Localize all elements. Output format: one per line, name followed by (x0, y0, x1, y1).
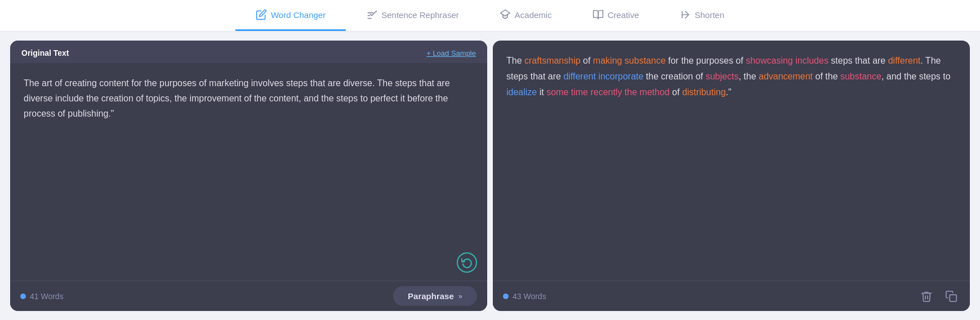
highlighted-word: different incorporate (563, 72, 643, 81)
original-text-label: Original Text (21, 48, 69, 57)
svg-rect-6 (950, 295, 956, 301)
tab-word-changer-label: Word Changer (271, 10, 326, 20)
top-navigation: Word Changer Sentence Rephraser Academic (0, 0, 980, 32)
trash-icon (920, 290, 933, 303)
recycle-icon-wrap (457, 252, 477, 273)
tab-academic-label: Academic (515, 10, 552, 20)
creative-icon (593, 9, 604, 20)
highlighted-word: idealize (506, 87, 537, 97)
edit-icon (256, 9, 267, 20)
highlighted-word: making substance (593, 56, 666, 65)
copy-button[interactable] (943, 288, 960, 305)
load-sample-button[interactable]: + Load Sample (426, 49, 476, 57)
highlighted-word: some time recently the method (546, 87, 670, 97)
left-panel-header: Original Text + Load Sample (10, 41, 487, 63)
left-word-count: 41 Words (20, 292, 64, 301)
recycle-icon (461, 257, 473, 268)
right-panel-footer: 43 Words (493, 281, 970, 311)
tab-word-changer[interactable]: Word Changer (235, 0, 346, 31)
tab-creative-label: Creative (608, 10, 639, 20)
highlighted-word: advancement (759, 72, 813, 81)
main-content: Original Text + Load Sample 41 Words Par… (0, 32, 980, 320)
original-text-input[interactable] (24, 75, 474, 268)
right-footer-icons (918, 288, 960, 305)
svg-marker-3 (500, 10, 510, 16)
delete-button[interactable] (918, 288, 935, 305)
right-word-count-label: 43 Words (513, 292, 546, 301)
right-panel: The craftsmanship of making substance fo… (493, 41, 970, 311)
left-word-count-label: 41 Words (30, 292, 64, 301)
highlighted-word: different (888, 56, 921, 65)
paraphrase-label: Paraphrase (408, 291, 454, 301)
tab-academic[interactable]: Academic (479, 0, 572, 31)
highlighted-word: substance (840, 72, 881, 81)
graduation-icon (500, 9, 511, 20)
paraphrase-button[interactable]: Paraphrase » (393, 286, 477, 306)
left-panel-body (10, 63, 487, 281)
right-word-count: 43 Words (503, 292, 546, 301)
copy-icon (945, 290, 957, 303)
shorten-icon (680, 9, 691, 20)
tab-sentence-rephraser-label: Sentence Rephraser (381, 10, 459, 20)
highlighted-word: subjects (706, 72, 739, 81)
word-count-dot (20, 294, 26, 299)
list-check-icon (366, 9, 377, 20)
left-panel: Original Text + Load Sample 41 Words Par… (10, 41, 487, 311)
tab-shorten[interactable]: Shorten (660, 0, 745, 31)
tab-sentence-rephraser[interactable]: Sentence Rephraser (346, 0, 479, 31)
highlighted-word: showcasing includes (746, 56, 828, 65)
right-panel-body: The craftsmanship of making substance fo… (493, 41, 970, 281)
chevrons-icon: » (458, 292, 462, 300)
tab-shorten-label: Shorten (695, 10, 725, 20)
output-text: The craftsmanship of making substance fo… (506, 53, 956, 100)
highlighted-word: craftsmanship (524, 56, 581, 65)
tab-creative[interactable]: Creative (572, 0, 660, 31)
recycle-button[interactable] (457, 252, 477, 273)
right-word-count-dot (503, 294, 509, 299)
highlighted-word: distributing (682, 87, 725, 97)
left-panel-footer: 41 Words Paraphrase » (10, 281, 487, 311)
